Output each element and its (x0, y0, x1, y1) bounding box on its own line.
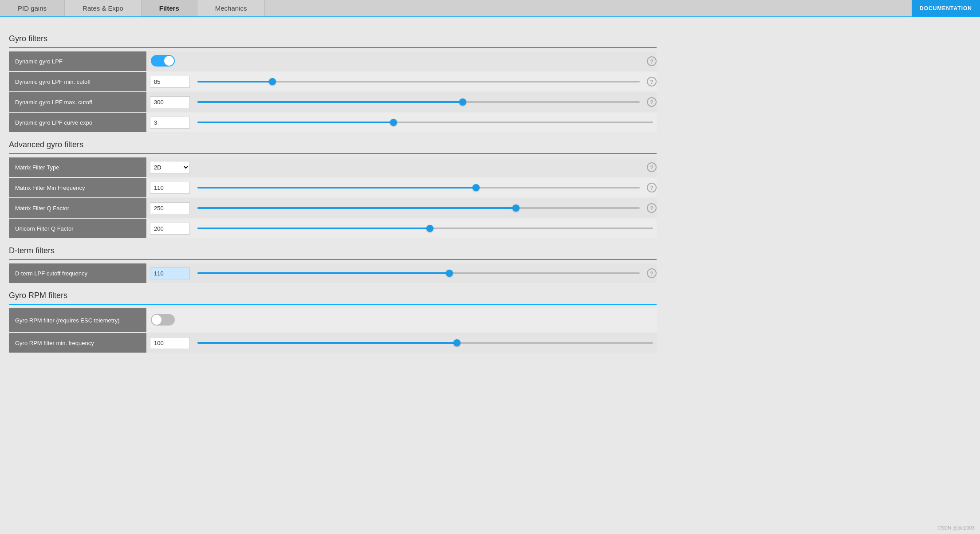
input-container-gyro-rpm-filter-min-freq (150, 337, 192, 349)
row-dterm-lpf-cutoff: D-term LPF cutoff frequency ? (9, 263, 657, 283)
gyro-rpm-filters-divider (9, 304, 657, 305)
input-dynamic-gyro-lpf-min[interactable] (150, 76, 190, 88)
row-matrix-filter-min-freq: Matrix Filter Min Frequency ? (9, 178, 657, 197)
tab-pid-gains[interactable]: PID gains (0, 0, 65, 16)
main-content: Gyro filters Dynamic gyro LPF ? Dynamic … (0, 17, 665, 371)
select-container-matrix-filter-type: OFF 1D 2D 3D (150, 161, 192, 174)
row-dynamic-gyro-lpf: Dynamic gyro LPF ? (9, 51, 657, 71)
gyro-filters-heading: Gyro filters (9, 34, 657, 45)
label-gyro-rpm-filter: Gyro RPM filter (requires ESC telemetry) (9, 308, 146, 332)
input-container-matrix-filter-q-factor (150, 202, 192, 214)
slider-unicorn-filter-q-factor[interactable] (197, 224, 653, 232)
input-container-dynamic-gyro-lpf-min (150, 76, 192, 88)
slider-dynamic-gyro-lpf-min[interactable] (197, 78, 640, 86)
tab-mechanics[interactable]: Mechanics (197, 0, 265, 16)
select-matrix-filter-type[interactable]: OFF 1D 2D 3D (150, 161, 190, 174)
label-dynamic-gyro-lpf-curve: Dynamic gyro LPF curve expo (9, 113, 146, 132)
label-gyro-rpm-filter-min-freq: Gyro RPM filter min. frequency (9, 333, 146, 353)
row-unicorn-filter-q-factor: Unicorn Filter Q Factor (9, 219, 657, 238)
toggle-slider-gyro-rpm-filter (151, 314, 175, 326)
label-dterm-lpf-cutoff: D-term LPF cutoff frequency (9, 263, 146, 283)
row-dynamic-gyro-lpf-min: Dynamic gyro LPF min. cutoff ? (9, 72, 657, 91)
toggle-container-dynamic-gyro-lpf (146, 55, 179, 68)
row-matrix-filter-q-factor: Matrix Filter Q Factor ? (9, 198, 657, 218)
input-matrix-filter-min-freq[interactable] (150, 182, 190, 194)
slider-matrix-filter-q-factor[interactable] (197, 204, 640, 212)
help-icon-dynamic-gyro-lpf-max[interactable]: ? (647, 97, 657, 107)
help-icon-dynamic-gyro-lpf-min[interactable]: ? (647, 77, 657, 86)
help-icon-matrix-filter-q-factor[interactable]: ? (647, 203, 657, 213)
dterm-filters-heading: D-term filters (9, 246, 657, 257)
help-icon-matrix-filter-type[interactable]: ? (647, 162, 657, 172)
help-icon-dterm-lpf-cutoff[interactable]: ? (647, 268, 657, 278)
toggle-dynamic-gyro-lpf[interactable] (151, 55, 175, 67)
row-dynamic-gyro-lpf-curve: Dynamic gyro LPF curve expo (9, 113, 657, 132)
input-container-matrix-filter-min-freq (150, 182, 192, 194)
help-icon-matrix-filter-min-freq[interactable]: ? (647, 183, 657, 192)
slider-container-dynamic-gyro-lpf-max (196, 98, 643, 106)
gyro-rpm-filters-heading: Gyro RPM filters (9, 291, 657, 302)
input-gyro-rpm-filter-min-freq[interactable] (150, 337, 190, 349)
input-dynamic-gyro-lpf-max[interactable] (150, 96, 190, 108)
input-container-dynamic-gyro-lpf-max (150, 96, 192, 108)
row-gyro-rpm-filter: Gyro RPM filter (requires ESC telemetry) (9, 308, 657, 332)
slider-container-gyro-rpm-filter-min-freq (196, 339, 657, 347)
label-dynamic-gyro-lpf-max: Dynamic gyro LPF max. cutoff (9, 92, 146, 112)
slider-container-matrix-filter-q-factor (196, 204, 643, 212)
tab-bar: PID gains Rates & Expo Filters Mechanics… (0, 0, 980, 17)
input-container-dynamic-gyro-lpf-curve (150, 117, 192, 129)
dterm-filters-divider (9, 259, 657, 260)
slider-dterm-lpf-cutoff[interactable] (197, 269, 640, 277)
input-unicorn-filter-q-factor[interactable] (150, 223, 190, 235)
help-icon-dynamic-gyro-lpf[interactable]: ? (647, 56, 657, 66)
slider-dynamic-gyro-lpf-curve[interactable] (197, 118, 653, 126)
tab-rates-expo[interactable]: Rates & Expo (65, 0, 142, 16)
label-matrix-filter-min-freq: Matrix Filter Min Frequency (9, 178, 146, 197)
row-dynamic-gyro-lpf-max: Dynamic gyro LPF max. cutoff ? (9, 92, 657, 112)
advanced-gyro-filters-heading: Advanced gyro filters (9, 140, 657, 151)
slider-matrix-filter-min-freq[interactable] (197, 184, 640, 192)
slider-container-matrix-filter-min-freq (196, 184, 643, 192)
input-dynamic-gyro-lpf-curve[interactable] (150, 117, 190, 129)
input-container-unicorn-filter-q-factor (150, 223, 192, 235)
advanced-gyro-filters-divider (9, 153, 657, 154)
toggle-container-gyro-rpm-filter (146, 314, 179, 327)
slider-gyro-rpm-filter-min-freq[interactable] (197, 339, 653, 347)
toggle-slider-dynamic-gyro-lpf (151, 55, 175, 67)
input-matrix-filter-q-factor[interactable] (150, 202, 190, 214)
tab-filters[interactable]: Filters (142, 0, 197, 16)
toggle-gyro-rpm-filter[interactable] (151, 314, 175, 326)
slider-container-dterm-lpf-cutoff (196, 269, 643, 277)
label-dynamic-gyro-lpf-min: Dynamic gyro LPF min. cutoff (9, 72, 146, 91)
input-dterm-lpf-cutoff[interactable] (150, 267, 190, 279)
row-gyro-rpm-filter-min-freq: Gyro RPM filter min. frequency (9, 333, 657, 353)
documentation-button[interactable]: DOCUMENTATION (912, 0, 980, 16)
input-container-dterm-lpf-cutoff (150, 267, 192, 279)
label-matrix-filter-type: Matrix Filter Type (9, 157, 146, 177)
slider-container-dynamic-gyro-lpf-curve (196, 118, 657, 126)
slider-dynamic-gyro-lpf-max[interactable] (197, 98, 640, 106)
label-unicorn-filter-q-factor: Unicorn Filter Q Factor (9, 219, 146, 238)
label-matrix-filter-q-factor: Matrix Filter Q Factor (9, 198, 146, 218)
slider-container-unicorn-filter-q-factor (196, 224, 657, 232)
slider-container-dynamic-gyro-lpf-min (196, 78, 643, 86)
label-dynamic-gyro-lpf: Dynamic gyro LPF (9, 51, 146, 71)
row-matrix-filter-type: Matrix Filter Type OFF 1D 2D 3D ? (9, 157, 657, 177)
gyro-filters-divider (9, 47, 657, 48)
